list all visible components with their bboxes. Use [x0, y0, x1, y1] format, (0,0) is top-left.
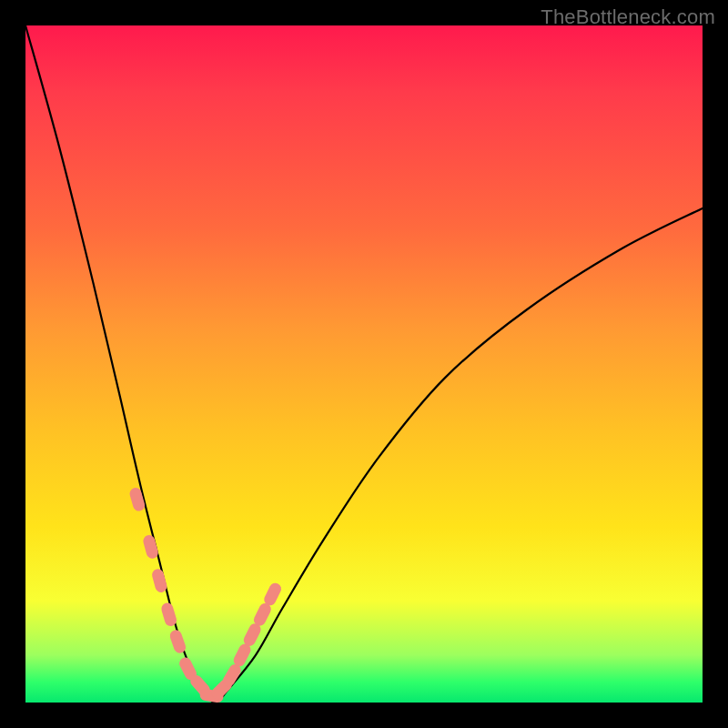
watermark-text: TheBottleneck.com [541, 5, 715, 29]
curve-svg [25, 25, 703, 703]
highlight-markers [128, 487, 283, 704]
highlight-marker [151, 568, 168, 593]
plot-area [25, 25, 703, 703]
highlight-marker [168, 629, 187, 655]
bottleneck-curve [25, 25, 703, 703]
highlight-marker [160, 602, 178, 628]
chart-frame: TheBottleneck.com [0, 0, 728, 728]
highlight-marker [142, 534, 159, 561]
